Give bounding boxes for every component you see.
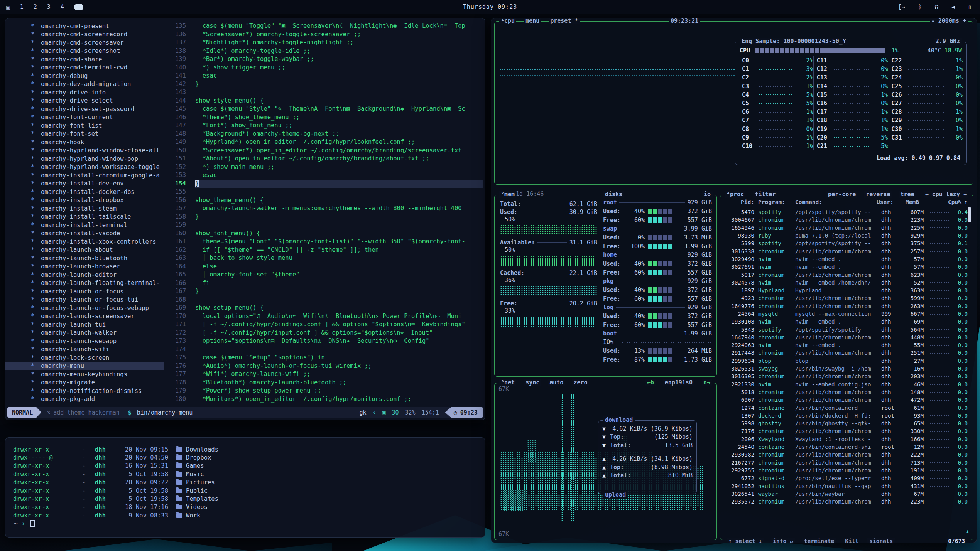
file-list-item[interactable]: *omarchy-install-dropbox [5, 196, 164, 205]
file-list-item[interactable]: *omarchy-launch-floating-terminal- [5, 279, 164, 288]
file-list-item[interactable]: *omarchy-launch-or-focus [5, 287, 164, 296]
file-list-item[interactable]: *omarchy-install-docker-dbs [5, 188, 164, 196]
scroll-down-icon[interactable]: ↓ [966, 528, 969, 534]
bluetooth-icon[interactable]: ᛒ [918, 3, 922, 10]
process-row[interactable]: 1897HyprlandHyprlanddhh363M0.0 [720, 286, 968, 294]
process-row[interactable]: 2006XwaylandXwayland :1 -rootless -dhh16… [720, 435, 968, 443]
pid-column-header[interactable]: Pid: [726, 199, 754, 205]
file-list-item[interactable]: *omarchy-launch-tui [5, 320, 164, 329]
file-list-item[interactable]: *omarchy-dev-add-migration [5, 80, 164, 89]
disks-title[interactable]: disks [603, 191, 624, 198]
shell-terminal[interactable]: drwxr-xr-x-dhh20 Nov 09:15Downloads drwx… [5, 437, 485, 538]
process-row[interactable]: 1274containe/usr/bin/containerdroot61M0.… [720, 404, 968, 411]
file-list-item[interactable]: *omarchy-install-chromium-google-a [5, 171, 164, 180]
process-row[interactable]: 3024578nvimnvim --embed /home/dhh/dhh52M… [720, 279, 968, 286]
process-row[interactable]: 1654946chromium/usr/lib/chromium/chromdh… [720, 224, 968, 232]
net-box-title[interactable]: ³net [499, 379, 516, 386]
process-row[interactable]: 3004667chromium/usr/lib/chromium/chromdh… [720, 216, 968, 224]
preset-tab[interactable]: preset * [549, 18, 580, 24]
file-list-item[interactable]: *omarchy-launch-screensaver [5, 312, 164, 321]
process-row[interactable]: 5343spotify/opt/spotify/spotifydhh564M0.… [720, 325, 968, 333]
file-list-item[interactable]: *omarchy-hyprland-workspace-toggle [5, 163, 164, 172]
file-list-item[interactable]: *omarchy-install-xbox-controllers [5, 238, 164, 246]
proc-option-tab[interactable]: tree [899, 191, 916, 198]
user-column-header[interactable]: User: [877, 199, 897, 205]
refresh-interval-control[interactable]: - 2000ms + [930, 18, 968, 24]
file-list-item[interactable]: *omarchy-launch-or-focus-tui [5, 296, 164, 304]
process-row[interactable]: 2941052nautilus/usr/bin/nautilus --gapdh… [720, 482, 968, 490]
file-list-item[interactable]: *omarchy-notification-dismiss [5, 387, 164, 395]
proc-option-tab[interactable]: reverse [864, 191, 892, 198]
volume-icon[interactable]: ◀ [951, 3, 955, 10]
memory-column-header[interactable]: MemB [897, 199, 919, 205]
wifi-icon[interactable]: ☊ [935, 3, 938, 10]
process-row[interactable]: 2167277chromium/usr/lib/chromium/chromdh… [720, 459, 968, 467]
process-row[interactable]: 24540containe/usr/bin/containerd-shiroot… [720, 443, 968, 451]
process-row[interactable]: 2935572chromium/usr/lib/chromium/chromdh… [720, 498, 968, 506]
proc-option-tab[interactable]: per-core [826, 191, 857, 198]
net-tab[interactable]: sync [524, 379, 541, 386]
process-row[interactable]: 4923chromium/usr/lib/chromium/chromdhh59… [720, 294, 968, 302]
file-list-item[interactable]: *omarchy-pkg-add [5, 395, 164, 404]
file-list-item[interactable]: *omarchy-launch-about [5, 246, 164, 254]
file-list-item[interactable]: *omarchy-migrate [5, 379, 164, 387]
file-list-item[interactable]: *omarchy-drive-info [5, 88, 164, 97]
io-tab[interactable]: io [702, 191, 713, 198]
file-list-item[interactable]: *omarchy-menu [5, 362, 164, 371]
cpu-box-title[interactable]: ¹cpu [499, 18, 516, 24]
file-list-item[interactable]: *omarchy-font-set [5, 130, 164, 138]
process-row[interactable]: 2924063nvimnvim --embed .dhh55M0.0 [720, 341, 968, 349]
filter-tab[interactable]: filter [753, 191, 777, 198]
file-list-item[interactable]: *omarchy-cmd-terminal-cwd [5, 64, 164, 72]
command-column-header[interactable]: Command: [795, 199, 877, 205]
file-list-item[interactable]: *omarchy-cmd-screensaver [5, 39, 164, 47]
net-tab[interactable]: auto [548, 379, 565, 386]
proc-sort-selector[interactable]: ← cpu lazy → [924, 191, 968, 198]
footer-action[interactable]: ↑ select ↓ [727, 538, 764, 543]
file-list-item[interactable]: *omarchy-install-terminal [5, 221, 164, 229]
process-row[interactable]: 5399spotify/opt/spotify/spotify --dhh375… [720, 239, 968, 247]
menu-tab[interactable]: menu [524, 18, 541, 24]
footer-action[interactable]: info ↵ [771, 538, 795, 543]
file-list-item[interactable]: *omarchy-font-current [5, 113, 164, 122]
cpu-column-header[interactable]: Cpu% [945, 199, 961, 205]
process-row[interactable]: 6772signal-d/proc/self/exe --type=rdhh40… [720, 474, 968, 482]
process-row[interactable]: 98930rubypuma 7.1.0 (tcp://localdhh929M0… [720, 232, 968, 239]
file-list-item[interactable]: *omarchy-install-steam [5, 204, 164, 213]
editor-terminal[interactable]: *omarchy-cmd-present *omarchy-cmd-screen… [5, 18, 485, 420]
file-list-item[interactable]: *omarchy-launch-browser [5, 263, 164, 271]
process-row[interactable]: 2999634btopbtopdhh27M0.0 [720, 357, 968, 365]
footer-action[interactable]: terminate [802, 538, 836, 543]
footer-action[interactable]: Kill [843, 538, 860, 543]
mem-box-title[interactable]: ²mem [499, 191, 516, 198]
file-list-item[interactable]: *omarchy-hyprland-window-pop [5, 155, 164, 163]
footer-action[interactable]: signals [867, 538, 895, 543]
process-row[interactable]: 5018chromium/usr/lib/chromium/chromdhh14… [720, 388, 968, 396]
file-list-item[interactable]: *omarchy-cmd-screenshot [5, 47, 164, 56]
process-row[interactable]: 1649776chromium/usr/lib/chromium/chromdh… [720, 302, 968, 310]
process-row[interactable]: 1930108nvimnvim --embed .dhh69M0.0 [720, 318, 968, 325]
process-row[interactable]: 3016305chromium/usr/lib/chromium/chromdh… [720, 372, 968, 380]
file-list-item[interactable]: *omarchy-install-tailscale [5, 213, 164, 221]
file-list-item[interactable]: *omarchy-cmd-share [5, 55, 164, 64]
file-list-item[interactable]: *omarchy-cmd-present [5, 22, 164, 30]
net-prev-key[interactable]: ←b [645, 379, 656, 386]
program-column-header[interactable]: Program: [758, 199, 795, 205]
file-list-item[interactable]: *omarchy-launch-walker [5, 329, 164, 337]
process-row[interactable]: 3016338chromium/usr/lib/chromium/chromdh… [720, 247, 968, 255]
process-row[interactable]: 5470spotify/opt/spotify/spotify --dhh607… [720, 208, 968, 216]
file-list-item[interactable]: *omarchy-launch-or-focus-webapp [5, 304, 164, 312]
battery-icon[interactable]: ▯ [968, 3, 972, 10]
file-list-item[interactable]: *omarchy-cmd-screenrecord [5, 30, 164, 39]
process-row[interactable]: 3029490nvimnvim --embed .dhh57M0.0 [720, 255, 968, 263]
file-list-item[interactable]: *omarchy-debug [5, 72, 164, 80]
process-row[interactable]: 2917448chromium/usr/lib/chromium/chromdh… [720, 349, 968, 357]
net-next-key[interactable]: n→ [702, 379, 712, 386]
scrollbar-thumb[interactable] [968, 207, 971, 222]
proc-box-title[interactable]: ⁴proc [725, 191, 745, 198]
process-row[interactable]: 2929755chromium/usr/lib/chromium/chromdh… [720, 467, 968, 474]
process-row[interactable]: 3026531swaybg/usr/bin/swaybg -i /homdhh1… [720, 365, 968, 372]
file-list-item[interactable]: *omarchy-launch-wifi [5, 345, 164, 354]
file-list-item[interactable]: *omarchy-install-dev-env [5, 180, 164, 188]
file-list-item[interactable]: *omarchy-launch-webapp [5, 337, 164, 345]
